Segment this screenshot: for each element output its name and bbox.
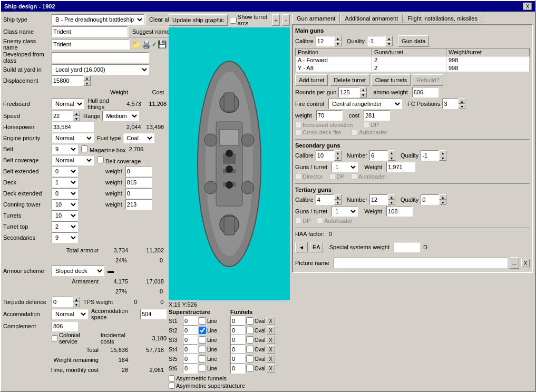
picture-x-button[interactable]: X: [521, 259, 530, 267]
rounds-input[interactable]: [338, 87, 359, 97]
st2-input[interactable]: [183, 325, 198, 336]
fuel-type-select[interactable]: Coal: [123, 133, 154, 143]
sec-calibre-up[interactable]: ▲: [334, 150, 342, 155]
calibre-down[interactable]: ▼: [334, 41, 342, 46]
calibre-input[interactable]: [316, 36, 334, 46]
save-icon[interactable]: 💾: [158, 40, 167, 48]
ter-autoloader-check[interactable]: [317, 218, 323, 224]
sec-weight-input[interactable]: [386, 162, 415, 172]
f1-input[interactable]: [230, 316, 245, 326]
f4-input[interactable]: [230, 344, 245, 355]
speed-down[interactable]: ▼: [73, 116, 80, 121]
displacement-down[interactable]: ▼: [83, 81, 91, 86]
sec-autoloader-check[interactable]: [351, 173, 357, 180]
arcs-minus-button[interactable]: -: [282, 14, 290, 26]
f6-input[interactable]: [230, 363, 245, 374]
st1-line-check[interactable]: [199, 317, 206, 325]
fc-positions-input[interactable]: [442, 99, 458, 109]
developed-from-input[interactable]: [52, 52, 149, 63]
f4-oval-check[interactable]: [246, 346, 254, 353]
st6-input[interactable]: [183, 363, 198, 374]
ter-calibre-down[interactable]: ▼: [334, 200, 342, 205]
f1-x-btn[interactable]: X: [267, 317, 275, 325]
sec-number-up[interactable]: ▲: [388, 150, 395, 155]
dp-check[interactable]: [363, 122, 369, 128]
f3-input[interactable]: [230, 335, 245, 345]
deck-select[interactable]: 1: [52, 177, 78, 188]
belt-select[interactable]: 9: [52, 144, 78, 154]
conning-tower-select[interactable]: 10: [52, 199, 78, 210]
asymmetric-funnels-check[interactable]: [169, 375, 175, 381]
tab-flight-installations[interactable]: Flight installations, missiles: [403, 14, 482, 23]
ter-calibre-input[interactable]: [316, 194, 334, 205]
complement-input[interactable]: [52, 321, 78, 331]
sec-dp-check[interactable]: [329, 173, 336, 180]
quality-down[interactable]: ▼: [385, 41, 393, 46]
increased-elevation-check[interactable]: [295, 122, 301, 128]
ammo-weight-input[interactable]: [412, 87, 438, 97]
ter-number-down[interactable]: ▼: [388, 200, 395, 205]
fc-up[interactable]: ▲: [458, 99, 465, 104]
quality-up[interactable]: ▲: [385, 36, 393, 41]
ter-number-up[interactable]: ▲: [388, 194, 395, 200]
sec-quality-input[interactable]: [421, 150, 439, 161]
enemy-class-input[interactable]: [52, 39, 130, 50]
f6-oval-check[interactable]: [246, 365, 254, 372]
calibre-up[interactable]: ▲: [334, 36, 342, 41]
rounds-up[interactable]: ▲: [359, 87, 367, 92]
st2-line-check[interactable]: [199, 327, 206, 334]
close-button[interactable]: X: [523, 3, 532, 10]
print-icon[interactable]: 🖨️: [142, 40, 151, 48]
rounds-down[interactable]: ▼: [359, 92, 367, 97]
sec-calibre-input[interactable]: [316, 150, 334, 161]
f4-x-btn[interactable]: X: [267, 345, 275, 354]
f2-input[interactable]: [230, 325, 245, 336]
deck-weight[interactable]: [125, 177, 152, 188]
deck-extended-weight[interactable]: [125, 188, 152, 199]
f1-oval-check[interactable]: [246, 317, 254, 325]
tab-additional-armament[interactable]: Additional armament: [340, 14, 403, 23]
fc-down[interactable]: ▼: [458, 104, 465, 109]
st4-input[interactable]: [183, 344, 198, 355]
sec-number-input[interactable]: [369, 150, 388, 161]
speed-input[interactable]: [52, 111, 73, 121]
inclined-belt-checkbox[interactable]: [97, 156, 104, 163]
engine-priority-select[interactable]: Normal: [52, 133, 94, 143]
sec-calibre-down[interactable]: ▼: [334, 155, 342, 161]
st3-input[interactable]: [183, 335, 198, 345]
director-check[interactable]: [295, 173, 301, 180]
tab-gun-armament[interactable]: Gun armament: [292, 14, 340, 23]
colonial-checkbox[interactable]: [52, 335, 58, 341]
gun-data-button[interactable]: Gun data: [398, 35, 429, 47]
ter-calibre-up[interactable]: ▲: [334, 194, 342, 200]
ter-number-input[interactable]: [369, 194, 388, 205]
picture-name-input[interactable]: [334, 258, 508, 268]
show-turret-arcs-checkbox[interactable]: [230, 17, 237, 24]
ship-type-select[interactable]: B - Pre dreadnought battleship: [52, 14, 144, 25]
displacement-up[interactable]: ▲: [83, 75, 91, 81]
turrets-select[interactable]: 10: [52, 210, 78, 221]
delete-turret-button[interactable]: Delete turret: [330, 74, 369, 86]
f2-oval-check[interactable]: [246, 327, 254, 334]
deck-extended-select[interactable]: 0: [52, 188, 78, 199]
ter-dp-check[interactable]: [295, 218, 301, 224]
range-select[interactable]: Medium: [102, 111, 139, 121]
f2-x-btn[interactable]: X: [267, 326, 275, 335]
ter-quality-input[interactable]: [421, 194, 439, 205]
f5-input[interactable]: [230, 354, 245, 364]
asymmetric-superstructure-check[interactable]: [169, 383, 175, 389]
horsepower-input[interactable]: [52, 122, 94, 132]
sec-quality-down[interactable]: ▼: [439, 155, 446, 161]
turret-top-select[interactable]: 2: [52, 221, 78, 232]
conning-weight[interactable]: [125, 199, 152, 210]
st5-line-check[interactable]: [199, 355, 206, 362]
guns-weight-input[interactable]: [316, 110, 343, 121]
checkmark-icon[interactable]: ✓: [152, 41, 157, 48]
left-arrow-button[interactable]: ◄: [295, 242, 308, 252]
sec-quality-up[interactable]: ▲: [439, 150, 446, 155]
st5-input[interactable]: [183, 354, 198, 364]
build-at-select[interactable]: Local yard (16,000): [52, 64, 149, 75]
special-systems-input[interactable]: [394, 242, 420, 252]
arcs-plus-button[interactable]: +: [272, 14, 280, 26]
f3-x-btn[interactable]: X: [267, 336, 275, 344]
